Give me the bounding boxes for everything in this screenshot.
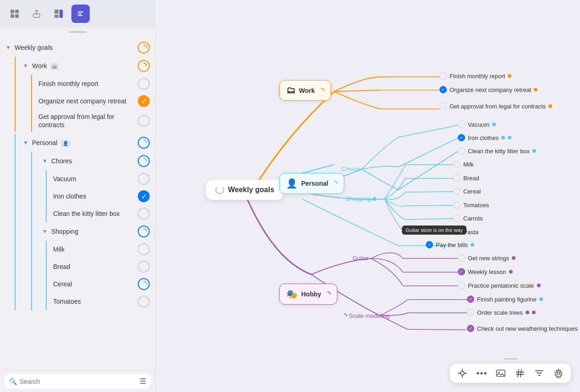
tomatoes-circle[interactable]	[453, 201, 461, 209]
mindmap-view-button[interactable]	[71, 5, 90, 23]
check-vacuum[interactable]	[138, 173, 150, 185]
svg-line-42	[520, 370, 521, 377]
bread-circle[interactable]	[453, 174, 461, 182]
personal-partial-ring	[332, 181, 337, 186]
personal-node[interactable]: 👤 Personal	[279, 173, 344, 194]
leaf-pay-bills[interactable]: ✓ Pay the bills	[426, 241, 474, 248]
hobby-node[interactable]: 🎭 Hobby	[279, 284, 337, 305]
leaf-legal-contracts[interactable]: Get approval from legal for contracts	[439, 102, 552, 110]
check-cereal[interactable]	[138, 278, 150, 290]
weathering-circle[interactable]: ✓	[467, 325, 474, 332]
central-node[interactable]: Weekly goals	[206, 180, 283, 200]
leaf-kitty-litter[interactable]: Clean the kitty litter box	[458, 147, 536, 155]
leaf-cereal[interactable]: Cereal	[453, 188, 481, 195]
check-milk[interactable]	[138, 243, 150, 255]
check-organize-retreat[interactable]: ✓	[138, 95, 150, 107]
leaf-weathering[interactable]: ✓ Check out new weathering techniques	[467, 325, 580, 332]
kitty-circle[interactable]	[458, 147, 465, 155]
search-input[interactable]	[20, 378, 137, 385]
work-node[interactable]: 🗂 Work	[279, 80, 331, 101]
tree-item-tomatoes[interactable]: Tomatoes	[47, 293, 155, 310]
check-tomatoes[interactable]	[138, 295, 150, 307]
milk-circle[interactable]	[453, 161, 461, 168]
guitar-branch-label[interactable]: Guitar	[352, 255, 369, 262]
tree-item-kitty-litter[interactable]: Clean the kitty litter box	[47, 205, 155, 222]
leaf-tomatoes[interactable]: Tomatoes	[453, 201, 489, 209]
check-iron-clothes[interactable]: ✓	[138, 190, 150, 202]
more-button[interactable]	[477, 371, 487, 375]
leaf-carrots[interactable]: Carrots	[453, 215, 483, 222]
tree-item-weekly-goals[interactable]: ▼ Weekly goals	[0, 38, 155, 57]
tree-item-shopping[interactable]: ▼ Shopping	[32, 222, 155, 241]
svg-rect-10	[78, 13, 81, 14]
grid-view-button[interactable]	[5, 5, 24, 23]
tree-item-organize-retreat[interactable]: Organize next company retreat ✓	[32, 92, 155, 110]
filter-button[interactable]	[534, 368, 544, 378]
chores-branch-label[interactable]: Chores	[341, 166, 361, 172]
pay-bills-circle[interactable]: ✓	[426, 241, 433, 248]
lesson-circle[interactable]: ✓	[458, 268, 465, 275]
check-weekly-goals[interactable]	[138, 42, 150, 54]
tree-item-finish-report[interactable]: Finish monthly report	[32, 75, 155, 92]
check-chores[interactable]	[138, 155, 150, 167]
iron-clothes-circle[interactable]: ✓	[458, 134, 465, 141]
vacuum-circle[interactable]	[458, 121, 465, 128]
tree-item-chores[interactable]: ▼ Chores	[32, 152, 155, 170]
check-finish-report[interactable]	[138, 78, 150, 90]
carrots-circle[interactable]	[453, 215, 461, 222]
tree-item-iron-clothes[interactable]: Iron clothes ✓	[47, 188, 155, 205]
check-bread[interactable]	[138, 261, 150, 273]
leaf-vacuum[interactable]: Vacuum	[458, 121, 496, 128]
list-view-button[interactable]	[49, 5, 68, 23]
expand-weekly-goals[interactable]: ▼	[2, 41, 15, 54]
share-button[interactable]	[27, 5, 46, 23]
finish-report-circle[interactable]	[439, 72, 447, 80]
figurine-circle[interactable]: ✓	[467, 295, 474, 303]
hashtag-button[interactable]	[515, 368, 525, 378]
expand-personal[interactable]: ▼	[19, 136, 32, 149]
tree-item-milk[interactable]: Milk	[47, 241, 155, 258]
expand-work[interactable]: ▼	[19, 59, 32, 72]
legal-circle[interactable]	[439, 102, 447, 110]
cereal-circle[interactable]	[453, 188, 461, 195]
leaf-get-strings[interactable]: Get new strings	[458, 254, 515, 262]
leaf-painting-figurine[interactable]: ✓ Finish painting figurine	[467, 295, 543, 303]
leaf-order-trees[interactable]: Order scale trees	[467, 309, 536, 316]
organize-retreat-circle[interactable]: ✓	[439, 86, 447, 93]
strings-circle[interactable]	[458, 254, 465, 262]
organize-retreat-dot	[534, 88, 537, 91]
tree-item-work[interactable]: ▼ Work 🗂	[15, 57, 155, 75]
leaf-weekly-lesson[interactable]: ✓ Weekly lesson	[458, 268, 513, 275]
leaf-finish-report[interactable]: Finish monthly report	[439, 72, 511, 80]
leaf-organize-retreat[interactable]: ✓ Organize next company retreat	[439, 86, 537, 93]
trees-circle[interactable]	[467, 309, 474, 316]
expand-shopping[interactable]: ▼	[38, 225, 51, 238]
leaf-milk[interactable]: Milk	[453, 161, 474, 168]
shopping-branch-label[interactable]: Shopping	[346, 195, 376, 202]
leaf-iron-clothes[interactable]: ✓ Iron clothes	[458, 134, 511, 141]
leaf-pentatonic[interactable]: Practice pentatonic scale	[458, 282, 541, 289]
sidebar-scroll: ▼ Weekly goals ▼ Work 🗂 Finish monthly r…	[0, 37, 155, 370]
settings-button[interactable]	[553, 368, 564, 378]
scale-branch-label[interactable]: Scale modeling	[341, 312, 390, 319]
tomatoes-text: Tomatoes	[463, 202, 489, 209]
tree-item-personal[interactable]: ▼ Personal 👤	[15, 134, 155, 152]
leaf-bread[interactable]: Bread	[453, 174, 479, 182]
svg-rect-0	[11, 10, 14, 13]
tree-item-legal-contracts[interactable]: Get approval from legal for contracts	[32, 110, 155, 132]
focus-button[interactable]	[457, 368, 467, 378]
svg-point-48	[557, 372, 560, 375]
pentatonic-circle[interactable]	[458, 282, 465, 289]
check-personal[interactable]	[138, 137, 150, 149]
filter-list-icon[interactable]: ☰	[140, 377, 146, 386]
tree-item-bread[interactable]: Bread	[47, 258, 155, 275]
search-bar: 🔍 ☰	[0, 370, 155, 392]
tree-item-cereal[interactable]: Cereal	[47, 275, 155, 293]
image-button[interactable]	[496, 368, 506, 378]
tree-item-vacuum[interactable]: Vacuum	[47, 170, 155, 188]
check-kitty-litter[interactable]	[138, 208, 150, 220]
check-shopping[interactable]	[138, 226, 150, 237]
check-legal-contracts[interactable]	[138, 115, 150, 127]
expand-chores[interactable]: ▼	[38, 155, 51, 167]
check-work[interactable]	[138, 60, 150, 72]
